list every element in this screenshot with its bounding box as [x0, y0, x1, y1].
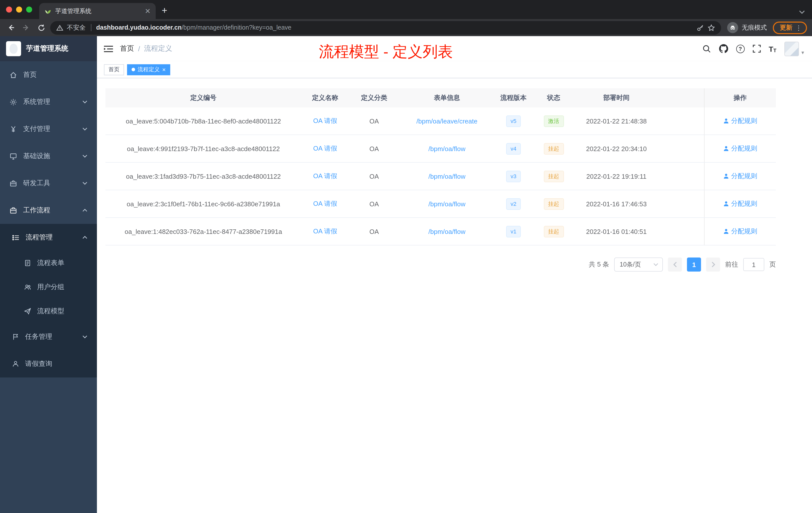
person-icon: [12, 360, 19, 367]
assign-rule-link[interactable]: 分配规则: [723, 117, 757, 125]
definition-name-link[interactable]: OA 请假: [313, 117, 337, 125]
close-window-button[interactable]: [6, 6, 12, 12]
browser-window: 芋道管理系统 ✕ + 不安全 dashboard.yudao.iocoder.c…: [0, 0, 812, 513]
status-badge: 挂起: [544, 143, 564, 154]
home-icon: [9, 71, 17, 79]
table-row: oa_leave:5:004b710b-7b8a-11ec-8ef0-acde4…: [106, 108, 776, 135]
column-header: 状态: [532, 88, 575, 108]
sidebar-brand[interactable]: 芋道管理系统: [0, 36, 97, 61]
table-row: oa_leave:3:1fad3d93-7b75-11ec-a3c8-acde4…: [106, 163, 776, 190]
tab-close-icon[interactable]: ✕: [145, 7, 151, 14]
form-info-link[interactable]: /bpm/oa/flow: [428, 145, 465, 152]
next-page-button[interactable]: [706, 258, 720, 272]
url-text: dashboard.yudao.iocoder.cn/bpm/manager/d…: [96, 24, 693, 31]
form-info-link[interactable]: /bpm/oa/leave/create: [416, 117, 477, 125]
table-row: oa_leave:2:3c1f0ef1-76b1-11ec-9c66-a2380…: [106, 190, 776, 218]
back-button[interactable]: [5, 22, 17, 34]
navbar-actions: ? TT ▼: [702, 41, 805, 56]
main-area: 流程模型 - 定义列表 首页 / 流程定义 ?: [97, 36, 812, 513]
sidebar-item-task-management[interactable]: 任务管理: [0, 323, 97, 350]
pagination: 共 5 条 10条/页 1 前往 页: [106, 258, 776, 272]
gear-icon: [9, 98, 17, 105]
column-header: 部署时间: [575, 88, 658, 108]
tag-process-definition[interactable]: 流程定义 ×: [127, 64, 170, 75]
new-tab-button[interactable]: +: [162, 5, 167, 16]
definition-name-link[interactable]: OA 请假: [313, 199, 337, 208]
brand-logo: [6, 41, 21, 56]
bookmark-star-icon[interactable]: [707, 24, 715, 31]
assign-rule-link[interactable]: 分配规则: [723, 199, 757, 208]
sidebar-item-process-management[interactable]: 流程管理: [0, 224, 97, 251]
help-icon[interactable]: ?: [736, 44, 745, 53]
form-info-link[interactable]: /bpm/oa/flow: [428, 228, 465, 235]
browser-menu-icon[interactable]: ⋮: [795, 24, 802, 31]
chevron-up-icon: [82, 209, 87, 212]
chevron-down-icon: [82, 100, 87, 103]
tab-search-chevron-icon[interactable]: [799, 10, 805, 14]
assign-rule-link[interactable]: 分配规则: [723, 172, 757, 181]
definition-category: OA: [349, 218, 399, 245]
sidebar-item-leave-query[interactable]: 请假查询: [0, 350, 97, 378]
password-key-icon[interactable]: [696, 24, 704, 31]
browser-tab[interactable]: 芋道管理系统 ✕: [39, 3, 156, 19]
version-badge: v5: [506, 115, 521, 127]
search-icon[interactable]: [702, 44, 711, 53]
sidebar-item-user-group[interactable]: 用户分组: [0, 275, 97, 299]
reload-button[interactable]: [35, 22, 47, 34]
browser-tab-strip: 芋道管理系统 ✕ +: [0, 0, 812, 19]
workflow-submenu: 流程管理 流程表单 用户分组 流程模型 任务管理: [0, 224, 97, 378]
form-info-link[interactable]: /bpm/oa/flow: [428, 200, 465, 208]
zoom-window-button[interactable]: [26, 6, 32, 12]
sidebar-item-process-form[interactable]: 流程表单: [0, 251, 97, 275]
annotation-title: 流程模型 - 定义列表: [319, 42, 453, 62]
users-icon: [24, 283, 31, 291]
definition-name-link[interactable]: OA 请假: [313, 227, 337, 236]
url-field[interactable]: 不安全 dashboard.yudao.iocoder.cn/bpm/manag…: [50, 21, 721, 34]
forward-button[interactable]: [20, 22, 32, 34]
deploy-time: 2022-01-16 01:40:51: [575, 218, 658, 245]
sidebar-item-system[interactable]: 系统管理: [0, 88, 97, 116]
definition-name-link[interactable]: OA 请假: [313, 172, 337, 181]
site-favicon-icon: [44, 7, 51, 14]
sidebar-item-dev-tools[interactable]: 研发工具: [0, 170, 97, 197]
form-info-link[interactable]: /bpm/oa/flow: [428, 173, 465, 180]
tags-view-bar: 首页 流程定义 ×: [97, 61, 812, 78]
font-size-icon[interactable]: TT: [769, 44, 777, 53]
chevron-up-icon: [82, 236, 87, 239]
sidebar-item-home[interactable]: 首页: [0, 61, 97, 88]
brand-title: 芋道管理系统: [26, 44, 68, 53]
sidebar-item-workflow[interactable]: 工作流程: [0, 197, 97, 224]
column-header: 操作: [704, 88, 776, 108]
breadcrumb-home[interactable]: 首页: [120, 44, 134, 53]
definition-name-link[interactable]: OA 请假: [313, 144, 337, 153]
definition-category: OA: [349, 108, 399, 134]
chevron-down-icon: [82, 182, 87, 185]
security-label[interactable]: 不安全: [67, 23, 86, 32]
page-number-button[interactable]: 1: [687, 258, 701, 272]
incognito-label: 无痕模式: [742, 23, 767, 32]
minimize-window-button[interactable]: [16, 6, 22, 12]
table-row: oa_leave:4:991f2193-7b7f-11ec-a3c8-acde4…: [106, 135, 776, 163]
table-header-row: 定义编号 定义名称 定义分类 表单信息 流程版本 状态 部署时间 操作: [106, 88, 776, 108]
version-badge: v3: [506, 171, 521, 182]
assign-rule-link[interactable]: 分配规则: [723, 227, 757, 236]
sidebar-toggle-icon[interactable]: [104, 45, 113, 53]
browser-update-button[interactable]: 更新 ⋮: [773, 21, 807, 34]
user-icon: [723, 201, 729, 207]
sidebar-item-process-model[interactable]: 流程模型: [0, 299, 97, 323]
user-avatar-dropdown[interactable]: ▼: [784, 41, 805, 56]
fullscreen-icon[interactable]: [753, 45, 761, 53]
goto-page-input[interactable]: [743, 258, 764, 271]
tag-home[interactable]: 首页: [104, 64, 124, 75]
definition-id: oa_leave:5:004b710b-7b8a-11ec-8ef0-acde4…: [106, 108, 301, 134]
sidebar-item-infrastructure[interactable]: 基础设施: [0, 143, 97, 170]
github-icon[interactable]: [719, 44, 728, 53]
deploy-time: 2022-01-16 17:46:53: [575, 190, 658, 217]
prev-page-button[interactable]: [668, 258, 682, 272]
page-size-select[interactable]: 10条/页: [614, 258, 663, 272]
version-badge: v4: [506, 143, 521, 154]
tag-close-icon[interactable]: ×: [162, 66, 166, 72]
sidebar-item-payment[interactable]: 支付管理: [0, 116, 97, 143]
assign-rule-link[interactable]: 分配规则: [723, 144, 757, 153]
chevron-down-icon: [82, 127, 87, 130]
